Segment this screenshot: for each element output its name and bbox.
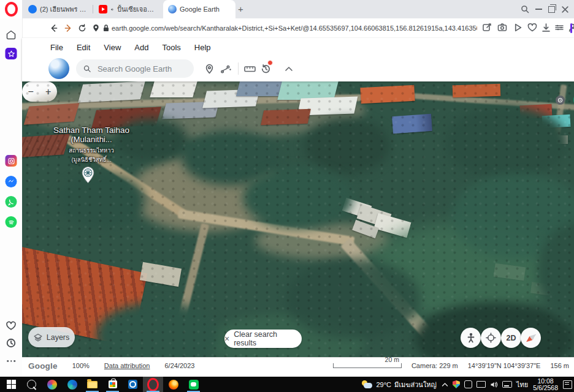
- taskbar-app-store[interactable]: [102, 377, 123, 392]
- menu-tools[interactable]: Tools: [162, 43, 180, 52]
- close-button[interactable]: [561, 6, 569, 13]
- tab-label: Google Earth: [180, 6, 220, 13]
- measure-ruler-icon[interactable]: [242, 61, 258, 77]
- tray-chevron-icon[interactable]: [442, 382, 448, 387]
- pinboard-icon[interactable]: [6, 48, 17, 59]
- pinwheel-app-icon: [47, 380, 57, 390]
- taskbar-search-button[interactable]: [21, 377, 42, 392]
- opera-icon: [147, 378, 159, 391]
- tab-label: (2) เฮียนพพร - ผลการค้นหา: [40, 4, 87, 15]
- taskbar-app-edge[interactable]: [62, 377, 82, 392]
- chevron-up-icon[interactable]: [281, 61, 297, 77]
- touch-keyboard-icon[interactable]: [502, 381, 512, 388]
- location-badge-icon[interactable]: [92, 24, 100, 32]
- windows-logo-icon: [7, 380, 17, 390]
- start-button[interactable]: [1, 377, 21, 392]
- historical-imagery-icon[interactable]: [258, 61, 274, 77]
- address-bar: earth.google.com/web/search/Kantharalak+…: [22, 18, 574, 39]
- taskbar-clock[interactable]: 10:08 5/6/2568: [533, 378, 558, 391]
- taskbar-app-firefox[interactable]: [163, 377, 183, 392]
- weather-temp: 29°C: [376, 381, 391, 388]
- screen: (2) เฮียนพพร - ผลการค้นหา ปั้นเซียเจอพ่อ…: [0, 0, 574, 392]
- opera-o-icon: [5, 2, 18, 17]
- snapshot-camera-icon[interactable]: [497, 23, 507, 32]
- taskbar-app-opera[interactable]: [143, 377, 163, 392]
- earth-search-box[interactable]: [76, 59, 194, 78]
- volume-icon[interactable]: [490, 381, 498, 388]
- taskbar-app-outlook[interactable]: [123, 377, 143, 392]
- search-icon: [83, 64, 91, 73]
- place-label[interactable]: Sathan Tham Taihao (Mulanithi... สถานธรร…: [39, 126, 144, 164]
- tab-google-earth[interactable]: Google Earth: [163, 0, 235, 18]
- data-attribution-link[interactable]: Data attribution: [104, 362, 150, 369]
- action-center-icon[interactable]: [563, 380, 572, 389]
- home-icon[interactable]: [6, 29, 17, 40]
- opera-logo[interactable]: [0, 0, 22, 18]
- taskbar-app-line[interactable]: [183, 377, 204, 392]
- player-icon[interactable]: [513, 23, 522, 32]
- compass-button[interactable]: [521, 328, 541, 348]
- close-icon: ×: [224, 334, 229, 344]
- tab-audio-icon: [110, 6, 114, 13]
- zoom-percent: 100%: [72, 362, 90, 369]
- google-earth-logo: [48, 58, 69, 79]
- new-tab-button[interactable]: +: [238, 4, 243, 14]
- messenger-icon[interactable]: [6, 176, 17, 187]
- url-field[interactable]: earth.google.com/web/search/Kantharalak+…: [112, 18, 477, 38]
- taskbar-app-news[interactable]: [42, 377, 62, 392]
- firefox-icon: [169, 380, 178, 390]
- security-shield-icon[interactable]: [453, 380, 460, 388]
- heart-icon[interactable]: [6, 321, 17, 331]
- spotify-icon[interactable]: [6, 216, 17, 228]
- gear-icon[interactable]: [552, 92, 568, 108]
- menu-view[interactable]: View: [104, 43, 121, 52]
- camera-altitude: Camera: 229 m: [411, 362, 458, 369]
- tab-facebook[interactable]: (2) เฮียนพพร - ผลการค้นหา: [23, 0, 92, 18]
- language-indicator[interactable]: ไทย: [516, 379, 528, 390]
- status-bar: Google 100% Data attribution 6/24/2023 2…: [22, 357, 574, 377]
- place-pin-icon[interactable]: [81, 166, 95, 184]
- placemark-pin-icon[interactable]: [201, 61, 217, 77]
- notification-dot: [267, 60, 273, 66]
- search-icon[interactable]: [521, 5, 529, 13]
- system-tray: ไทย: [442, 379, 528, 390]
- weather-widget[interactable]: 29°C มีเมฆส่วนใหญ่: [362, 379, 436, 390]
- path-icon[interactable]: [218, 61, 234, 77]
- bookmark-heart-icon[interactable]: [527, 23, 537, 32]
- window-controls: [521, 0, 574, 18]
- history-clock-icon[interactable]: [6, 338, 16, 348]
- sync-icon[interactable]: [464, 380, 472, 388]
- menu-help[interactable]: Help: [194, 43, 211, 52]
- menu-edit[interactable]: Edit: [77, 43, 90, 52]
- earth-search-input[interactable]: [96, 64, 186, 74]
- reload-icon[interactable]: [78, 24, 86, 32]
- edge-icon: [67, 380, 77, 390]
- pegman-button[interactable]: [461, 328, 481, 348]
- layers-label: Layers: [47, 333, 70, 342]
- sidebar-accent-bar: [570, 23, 572, 33]
- clear-search-button[interactable]: × Clear search results: [224, 330, 302, 348]
- tune-icon[interactable]: [554, 23, 564, 32]
- layers-button[interactable]: Layers: [28, 327, 75, 347]
- tab-youtube[interactable]: ปั้นเซียเจอพ่อแม่ของตัวเ...: [94, 0, 163, 18]
- place-name-thai2: (มูลนิธิชีวิสุทธิ์...: [39, 155, 144, 164]
- download-icon[interactable]: [541, 23, 551, 32]
- lock-icon[interactable]: [102, 24, 110, 32]
- back-icon[interactable]: [49, 24, 58, 32]
- network-icon[interactable]: [476, 381, 486, 388]
- menu-file[interactable]: File: [50, 43, 63, 52]
- map-viewport[interactable]: Sathan Tham Taihao (Mulanithi... สถานธรร…: [22, 81, 574, 357]
- my-location-button[interactable]: [481, 328, 501, 348]
- layers-icon: [34, 333, 42, 342]
- instagram-icon[interactable]: [6, 155, 17, 167]
- menu-add[interactable]: Add: [134, 43, 148, 52]
- whatsapp-icon[interactable]: [6, 196, 17, 208]
- sidebar-more-icon[interactable]: [7, 360, 15, 362]
- taskbar-app-explorer[interactable]: [82, 377, 102, 392]
- forward-icon[interactable]: [64, 24, 73, 32]
- restore-button[interactable]: [548, 6, 555, 13]
- edit-icon[interactable]: [482, 23, 492, 32]
- 2d-mode-button[interactable]: 2D: [501, 328, 521, 348]
- minimize-button[interactable]: [535, 9, 542, 10]
- toolbar-divider: [238, 62, 239, 75]
